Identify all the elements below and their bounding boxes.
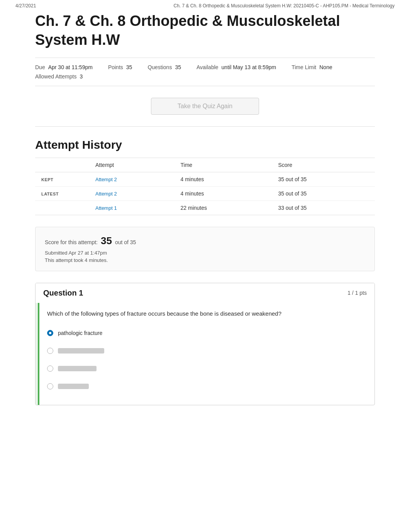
points-value: 35: [126, 64, 132, 70]
timelimit-item: Time Limit None: [291, 64, 332, 70]
attempt-link-cell[interactable]: Attempt 2: [89, 186, 175, 201]
score-label: Score for this attempt:: [45, 239, 98, 245]
due-value: Apr 30 at 11:59pm: [48, 64, 93, 70]
questions-value: 35: [175, 64, 181, 70]
questions-item: Questions 35: [147, 64, 181, 70]
due-label: Due: [35, 64, 45, 70]
question-1-header: Question 1 1 / 1 pts: [36, 283, 374, 303]
questions-label: Questions: [147, 64, 172, 70]
col-header-score: Score: [272, 158, 375, 172]
answer-text: xxxxxxxxxxxxxx: [58, 366, 97, 371]
attempt-badge: KEPT: [35, 172, 89, 186]
table-row: KEPTAttempt 24 minutes35 out of 35: [35, 172, 375, 186]
attempt-badge: LATEST: [35, 186, 89, 201]
correct-indicator-bar: [36, 303, 39, 405]
answer-text: xxxxxxxxxxxxxx: [58, 384, 89, 389]
attempt-link-cell[interactable]: Attempt 1: [89, 201, 175, 215]
attempt-link[interactable]: Attempt 2: [95, 177, 117, 182]
breadcrumb-text: Ch. 7 & Ch. 8 Orthopedic & Musculoskelet…: [174, 3, 395, 8]
answer-options: pathologic fracturexxxxxxxxxxxxxxxxxxxxx…: [47, 328, 367, 392]
timelimit-value: None: [319, 64, 332, 70]
meta-section: Due Apr 30 at 11:59pm Points 35 Question…: [35, 58, 375, 86]
answer-radio[interactable]: [47, 330, 53, 336]
allowed-value: 3: [80, 73, 83, 80]
question-1-text: Which of the following types of fracture…: [47, 309, 367, 318]
date-label: 4/27/2021: [15, 3, 36, 8]
page-title: Ch. 7 & Ch. 8 Orthopedic & Musculoskelet…: [35, 12, 375, 50]
table-row: LATESTAttempt 24 minutes35 out of 35: [35, 186, 375, 201]
answer-radio[interactable]: [47, 383, 53, 389]
attempt-link[interactable]: Attempt 2: [95, 191, 117, 197]
score-duration: This attempt took 4 minutes.: [45, 257, 365, 263]
answer-radio[interactable]: [47, 365, 53, 372]
available-value: until May 13 at 8:59pm: [222, 64, 276, 70]
available-item: Available until May 13 at 8:59pm: [197, 64, 276, 70]
take-quiz-button[interactable]: Take the Quiz Again: [151, 98, 259, 115]
col-header-attempt: Attempt: [89, 158, 175, 172]
points-label: Points: [108, 64, 123, 70]
attempt-badge: [35, 201, 89, 215]
attempt-time: 22 minutes: [175, 201, 272, 215]
answer-text: xxxxxxxxxxxxxx: [58, 348, 104, 354]
answer-radio[interactable]: [47, 348, 53, 354]
attempt-history-table: Attempt Time Score KEPTAttempt 24 minute…: [35, 158, 375, 215]
question-1-content: Which of the following types of fracture…: [36, 303, 374, 405]
attempt-link[interactable]: Attempt 1: [95, 205, 117, 211]
answer-text: pathologic fracture: [58, 330, 102, 336]
available-label: Available: [197, 64, 219, 70]
answer-option: xxxxxxxxxxxxxx: [47, 345, 367, 356]
attempt-history-title: Attempt History: [35, 138, 375, 151]
due-item: Due Apr 30 at 11:59pm: [35, 64, 93, 70]
attempt-score: 35 out of 35: [272, 186, 375, 201]
attempt-score: 33 out of 35: [272, 201, 375, 215]
score-submitted: Submitted Apr 27 at 1:47pm: [45, 250, 365, 256]
timelimit-label: Time Limit: [291, 64, 316, 70]
col-header-time: Time: [175, 158, 272, 172]
question-1-title: Question 1: [43, 289, 83, 297]
attempt-link-cell[interactable]: Attempt 2: [89, 172, 175, 186]
question-1-block: Question 1 1 / 1 pts Which of the follow…: [35, 283, 375, 405]
answer-option: xxxxxxxxxxxxxx: [47, 363, 367, 374]
question-1-inner: Which of the following types of fracture…: [39, 303, 374, 405]
score-outof: out of 35: [115, 239, 136, 245]
allowed-label: Allowed Attempts: [35, 73, 76, 80]
table-row: Attempt 122 minutes33 out of 35: [35, 201, 375, 215]
allowed-attempts-item: Allowed Attempts 3: [35, 73, 83, 80]
answer-option: pathologic fracture: [47, 328, 367, 338]
score-number: 35: [101, 235, 112, 247]
answer-option: xxxxxxxxxxxxxx: [47, 381, 367, 392]
question-1-points: 1 / 1 pts: [347, 290, 367, 296]
col-header-badge: [35, 158, 89, 172]
quiz-action-section: Take the Quiz Again: [35, 86, 375, 127]
attempt-score: 35 out of 35: [272, 172, 375, 186]
attempt-time: 4 minutes: [175, 172, 272, 186]
attempt-time: 4 minutes: [175, 186, 272, 201]
score-section: Score for this attempt: 35 out of 35 Sub…: [35, 227, 375, 271]
points-item: Points 35: [108, 64, 132, 70]
